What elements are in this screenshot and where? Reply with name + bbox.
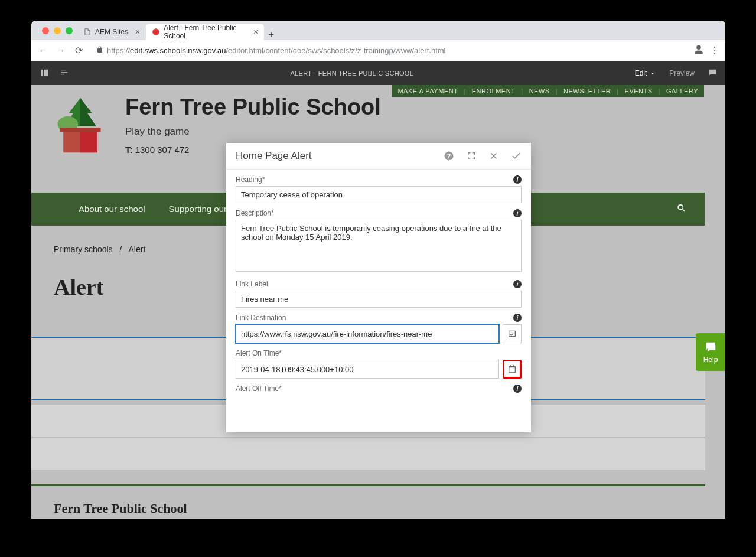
util-item[interactable]: MAKE A PAYMENT [397, 87, 458, 95]
field-label: Link Label [236, 280, 268, 288]
field-label: Description* [236, 209, 274, 217]
browser-window: AEM Sites × Alert - Fern Tree Public Sch… [31, 21, 725, 519]
reload-button[interactable]: ⟳ [73, 45, 84, 56]
util-item[interactable]: EVENTS [625, 87, 653, 95]
breadcrumb: Primary schools / Alert [54, 245, 145, 254]
help-label: Help [703, 356, 718, 364]
tab-strip: AEM Sites × Alert - Fern Tree Public Sch… [31, 21, 725, 40]
util-item[interactable]: NEWS [529, 87, 550, 95]
maximize-window-button[interactable] [66, 27, 73, 34]
svg-point-0 [152, 28, 159, 35]
info-icon[interactable]: i [513, 175, 522, 184]
chat-icon [704, 340, 717, 353]
edit-mode-dropdown[interactable]: Edit [635, 69, 657, 77]
field-label: Alert Off Time* [236, 385, 282, 393]
svg-text:?: ? [447, 152, 451, 159]
info-icon[interactable]: i [513, 209, 522, 217]
heading-input[interactable] [236, 186, 522, 203]
util-item[interactable]: NEWSLETTER [563, 87, 611, 95]
close-tab-icon[interactable]: × [135, 27, 140, 37]
info-icon[interactable]: i [513, 385, 522, 393]
help-tab[interactable]: Help [696, 333, 725, 371]
dialog-header: Home Page Alert ? [226, 143, 531, 170]
forward-button[interactable]: → [55, 45, 67, 56]
breadcrumb-current: Alert [129, 245, 146, 254]
dialog-body: Heading* i Description* i Link Label [226, 170, 531, 432]
fullscreen-icon[interactable] [466, 151, 477, 161]
browser-tab-aem-sites[interactable]: AEM Sites × [77, 24, 146, 40]
school-logo-icon [52, 95, 109, 159]
nav-about[interactable]: About our school [79, 204, 145, 214]
field-link-destination: Link Destination i [236, 314, 522, 343]
close-icon[interactable] [488, 151, 499, 161]
minimize-window-button[interactable] [54, 27, 61, 34]
field-heading: Heading* i [236, 175, 522, 203]
field-label: Heading* [236, 175, 265, 184]
util-item[interactable]: ENROLMENT [472, 87, 516, 95]
info-icon[interactable]: i [513, 314, 522, 322]
aem-toolbar: ALERT - FERN TREE PUBLIC SCHOOL Edit Pre… [31, 61, 725, 85]
browser-tab-alert[interactable]: Alert - Fern Tree Public School × [146, 24, 264, 40]
annotate-icon[interactable] [708, 68, 717, 79]
site-favicon-icon [152, 28, 160, 36]
close-window-button[interactable] [42, 27, 49, 34]
svg-rect-3 [80, 130, 97, 152]
field-label: Link Destination [236, 314, 286, 322]
field-link-label: Link Label i [236, 280, 522, 308]
tab-label: AEM Sites [95, 28, 128, 36]
alert-on-time-input[interactable] [236, 360, 499, 379]
field-alert-on-time: Alert On Time* [236, 349, 522, 379]
window-controls [37, 21, 77, 40]
chevron-down-icon [649, 70, 656, 77]
lock-icon [96, 46, 103, 55]
profile-icon[interactable] [693, 44, 704, 57]
close-tab-icon[interactable]: × [253, 27, 258, 37]
help-icon[interactable]: ? [444, 151, 454, 161]
url-text: https://edit.sws.schools.nsw.gov.au/edit… [107, 46, 445, 55]
info-icon[interactable]: i [513, 280, 522, 288]
page-content: MAKE A PAYMENT| ENROLMENT| NEWS| NEWSLET… [31, 85, 725, 519]
page-info-icon[interactable] [60, 68, 69, 79]
calendar-icon [507, 364, 517, 374]
footer-school-name: Fern Tree Public School [54, 501, 187, 516]
school-tagline: Play the game [125, 126, 381, 138]
back-button[interactable]: ← [37, 45, 49, 56]
link-destination-input[interactable] [236, 324, 499, 343]
dialog-title: Home Page Alert [236, 150, 432, 162]
kebab-menu-icon[interactable]: ⋮ [710, 45, 719, 56]
new-tab-button[interactable]: + [264, 30, 278, 40]
svg-rect-4 [60, 128, 100, 132]
footer-divider [31, 484, 705, 486]
description-textarea[interactable] [236, 220, 522, 272]
preview-button[interactable]: Preview [669, 69, 695, 77]
address-bar: ← → ⟳ https://edit.sws.schools.nsw.gov.a… [31, 40, 725, 61]
aem-page-title: ALERT - FERN TREE PUBLIC SCHOOL [69, 70, 635, 77]
breadcrumb-root[interactable]: Primary schools [54, 245, 113, 254]
url-field[interactable]: https://edit.sws.schools.nsw.gov.au/edit… [90, 46, 687, 55]
field-alert-off-time: Alert Off Time* i [236, 385, 522, 393]
search-icon[interactable] [676, 203, 687, 216]
util-item[interactable]: GALLERY [666, 87, 698, 95]
open-selection-dialog-button[interactable] [503, 324, 522, 343]
page-title: Alert [54, 274, 103, 300]
component-row[interactable] [31, 438, 705, 471]
tab-label: Alert - Fern Tree Public School [164, 24, 246, 40]
school-name: Fern Tree Public School [125, 95, 381, 120]
field-description: Description* i [236, 209, 522, 274]
link-label-input[interactable] [236, 291, 522, 308]
side-panel-icon[interactable] [40, 68, 49, 79]
file-icon [83, 28, 92, 36]
calendar-picker-button[interactable] [503, 360, 522, 379]
home-page-alert-dialog: Home Page Alert ? Heading* [226, 143, 531, 432]
field-label: Alert On Time* [236, 349, 282, 357]
confirm-icon[interactable] [511, 151, 522, 161]
